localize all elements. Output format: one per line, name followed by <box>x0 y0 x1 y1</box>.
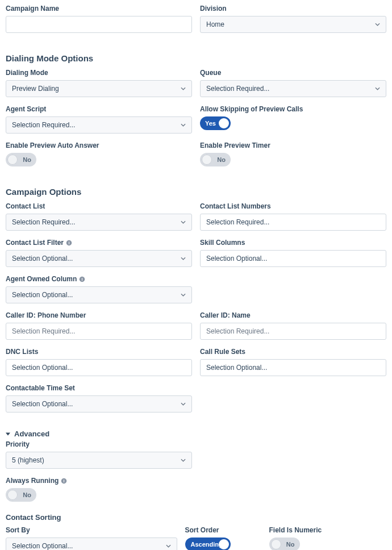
allow-skipping-value: Yes <box>205 120 216 127</box>
toggle-knob <box>219 539 229 549</box>
contact-list-numbers-value: Selection Required... <box>206 216 269 228</box>
chevron-down-icon <box>375 23 380 26</box>
agent-script-label: Agent Script <box>6 105 192 113</box>
queue-select[interactable]: Selection Required... <box>200 80 386 97</box>
enable-preview-timer-toggle[interactable]: No <box>200 153 231 166</box>
toggle-knob <box>271 539 281 549</box>
call-rule-sets-label: Call Rule Sets <box>200 348 386 356</box>
field-numeric-toggle[interactable]: No <box>269 538 300 550</box>
toggle-knob <box>219 118 229 128</box>
dialing-mode-select[interactable]: Preview Dialing <box>6 80 192 97</box>
sort-by-select[interactable]: Selection Optional... <box>6 538 177 550</box>
info-icon: i <box>79 276 85 282</box>
contactable-time-set-select[interactable]: Selection Optional... <box>6 395 192 413</box>
dnc-lists-value: Selection Optional... <box>12 362 73 373</box>
caller-id-name-input[interactable] <box>200 323 386 340</box>
chevron-down-icon <box>181 123 186 127</box>
chevron-down-icon <box>375 87 380 90</box>
toggle-knob <box>7 490 18 500</box>
contactable-time-set-value: Selection Optional... <box>12 398 73 410</box>
allow-skipping-toggle[interactable]: Yes <box>200 116 231 130</box>
priority-label: Priority <box>6 440 192 448</box>
dialing-mode-label: Dialing Mode <box>6 69 192 77</box>
caller-id-phone-label: Caller ID: Phone Number <box>6 311 192 319</box>
chevron-down-icon <box>181 87 186 90</box>
enable-preview-timer-label: Enable Preview Timer <box>200 141 386 149</box>
chevron-down-icon <box>181 459 186 462</box>
contact-list-select[interactable]: Selection Required... <box>6 214 192 231</box>
dialing-mode-value: Preview Dialing <box>12 83 59 94</box>
caret-down-icon <box>6 432 10 436</box>
chevron-down-icon <box>181 220 186 224</box>
contact-list-numbers-label: Contact List Numbers <box>200 202 386 210</box>
always-running-label: Always Running i <box>6 477 386 485</box>
field-numeric-label: Field Is Numeric <box>269 526 376 534</box>
contact-list-label: Contact List <box>6 202 192 210</box>
toggle-knob <box>202 155 212 165</box>
dnc-lists-label: DNC Lists <box>6 348 192 356</box>
chevron-down-icon <box>166 544 171 548</box>
skill-columns-label: Skill Columns <box>200 239 386 247</box>
sort-order-label: Sort Order <box>185 526 261 534</box>
queue-label: Queue <box>200 69 386 77</box>
info-icon: i <box>66 240 72 246</box>
contact-sorting-heading: Contact Sorting <box>6 513 386 522</box>
agent-script-select[interactable]: Selection Required... <box>6 116 192 134</box>
queue-value: Selection Required... <box>206 83 269 94</box>
enable-preview-timer-value: No <box>217 156 226 163</box>
enable-auto-answer-value: No <box>23 156 31 163</box>
field-numeric-value: No <box>286 541 295 548</box>
info-icon: i <box>61 478 67 484</box>
advanced-heading[interactable]: Advanced <box>6 430 386 438</box>
agent-script-value: Selection Required... <box>12 119 75 131</box>
sort-order-toggle[interactable]: Ascending <box>185 538 231 550</box>
contact-list-filter-label: Contact List Filter i <box>6 239 192 247</box>
priority-select[interactable]: 5 (highest) <box>6 452 192 469</box>
campaign-name-input[interactable] <box>6 16 192 33</box>
sort-order-value: Ascending <box>191 541 223 548</box>
enable-auto-answer-label: Enable Preview Auto Answer <box>6 141 192 149</box>
division-select[interactable]: Home <box>200 16 386 33</box>
contact-list-numbers-select[interactable]: Selection Required... <box>200 214 386 231</box>
skill-columns-select[interactable]: Selection Optional... <box>200 250 386 267</box>
toggle-knob <box>7 155 18 165</box>
division-label: Division <box>200 5 386 13</box>
agent-owned-column-label: Agent Owned Column i <box>6 275 192 283</box>
call-rule-sets-select[interactable]: Selection Optional... <box>200 359 386 376</box>
caller-id-phone-input[interactable] <box>6 323 192 340</box>
agent-owned-column-value: Selection Optional... <box>12 289 73 301</box>
caller-id-name-label: Caller ID: Name <box>200 311 386 319</box>
svg-text:i: i <box>64 478 65 484</box>
chevron-down-icon <box>181 293 186 297</box>
sort-by-label: Sort By <box>6 526 177 534</box>
chevron-down-icon <box>181 257 186 260</box>
agent-owned-column-select[interactable]: Selection Optional... <box>6 286 192 303</box>
call-rule-sets-value: Selection Optional... <box>206 362 267 373</box>
svg-text:i: i <box>68 240 69 245</box>
enable-auto-answer-toggle[interactable]: No <box>6 153 36 166</box>
sort-by-value: Selection Optional... <box>12 540 73 550</box>
svg-text:i: i <box>82 277 83 282</box>
campaign-options-heading: Campaign Options <box>6 187 386 197</box>
dnc-lists-select[interactable]: Selection Optional... <box>6 359 192 376</box>
skill-columns-value: Selection Optional... <box>206 253 267 264</box>
priority-value: 5 (highest) <box>12 455 44 466</box>
campaign-name-label: Campaign Name <box>6 5 192 13</box>
contact-list-value: Selection Required... <box>12 216 75 228</box>
contact-list-filter-value: Selection Optional... <box>12 253 73 264</box>
chevron-down-icon <box>181 402 186 406</box>
dialing-mode-options-heading: Dialing Mode Options <box>6 53 386 63</box>
allow-skipping-label: Allow Skipping of Preview Calls <box>200 105 386 113</box>
always-running-value: No <box>23 491 31 498</box>
always-running-toggle[interactable]: No <box>6 488 36 502</box>
contact-list-filter-select[interactable]: Selection Optional... <box>6 250 192 267</box>
division-value: Home <box>206 19 224 30</box>
contactable-time-set-label: Contactable Time Set <box>6 384 192 392</box>
